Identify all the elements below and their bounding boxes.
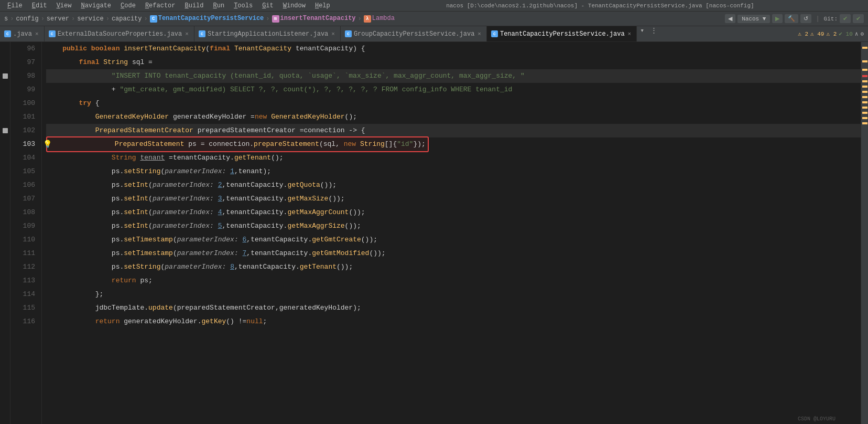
tab-close-tenant[interactable]: × — [627, 31, 633, 37]
menu-run[interactable]: Run — [209, 1, 229, 10]
line-num-112: 112 — [10, 260, 35, 274]
reload-button[interactable]: ↺ — [800, 14, 811, 23]
tab-starting[interactable]: C StartingApplicationListener.java × — [194, 26, 341, 41]
tab-close-group[interactable]: × — [476, 31, 482, 37]
breadcrumb-config[interactable]: config — [16, 15, 38, 23]
bookmark-icon-98 — [3, 73, 8, 79]
code-line-105: ps.setString( parameterIndex: 1, tenant)… — [46, 165, 861, 178]
code-line-112: ps.setString( parameterIndex: 8, tenantC… — [46, 260, 861, 274]
line-num-107: 107 — [10, 192, 35, 206]
settings-button[interactable]: ⚙ — [860, 30, 864, 37]
run-button[interactable]: ▶ — [772, 14, 783, 23]
line-num-111: 111 — [10, 247, 35, 260]
breadcrumb-method[interactable]: minsertTenantCapacity — [272, 15, 356, 23]
menu-code[interactable]: Code — [116, 1, 140, 10]
tab-tenant[interactable]: C TenantCapacityPersistService.java × — [487, 26, 637, 41]
gutter-mark-8 — [862, 101, 867, 103]
breadcrumb-class[interactable]: CTenantCapacityPersistService — [150, 15, 264, 23]
window-title: nacos [D:\code\nacos2.1.2github\nacos] -… — [335, 3, 865, 9]
line-num-106: 106 — [10, 178, 35, 192]
git-checkmark2[interactable]: ✔ — [853, 14, 864, 23]
warnings-inline: ⚠ 2 ⚠ 49 ⚠ 2 ✔ 10 ∧ ⚙ — [794, 26, 868, 41]
tab-overflow[interactable]: ▾ — [637, 26, 647, 41]
menu-bar: File Edit View Navigate Code Refactor Bu… — [0, 0, 868, 12]
bookmark-102 — [0, 124, 10, 137]
tab-label-tenant: TenantCapacityPersistService.java — [500, 30, 625, 38]
tab-close-external[interactable]: × — [184, 31, 190, 37]
gutter-mark-6 — [862, 91, 867, 93]
breadcrumb-right: ◀ Nacos ▼ ▶ 🔨 ↺ | Git: ✔ ✔ — [725, 14, 864, 23]
bookmark-gutter — [0, 42, 10, 424]
build-button[interactable]: 🔨 — [785, 14, 798, 23]
code-line-111: ps.setTimestamp( parameterIndex: 7, tena… — [46, 247, 861, 260]
bookmark-113 — [0, 274, 10, 288]
bookmark-106 — [0, 178, 10, 192]
tab-label-external: ExternalDataSourceProperties.java — [58, 30, 182, 38]
bookmark-97 — [0, 56, 10, 69]
gutter-mark-error — [862, 75, 867, 77]
code-line-96: public boolean insertTenantCapacity(fina… — [46, 42, 861, 56]
code-line-106: ps.setInt( parameterIndex: 2, tenantCapa… — [46, 178, 861, 192]
code-line-104: String tenant = tenantCapacity.getTenant… — [46, 151, 861, 165]
warn-badge-3: ⚠ 2 — [826, 30, 837, 37]
gutter-mark-3 — [862, 69, 867, 71]
code-line-115: jdbcTemplate.update(preparedStatementCre… — [46, 301, 861, 315]
menu-window[interactable]: Window — [279, 1, 310, 10]
bookmark-112 — [0, 260, 10, 274]
menu-file[interactable]: File — [3, 1, 27, 10]
line-num-96: 96 — [10, 42, 35, 56]
tab-group[interactable]: C GroupCapacityPersistService.java × — [341, 26, 487, 41]
code-area[interactable]: public boolean insertTenantCapacity(fina… — [42, 42, 861, 424]
breadcrumb-s[interactable]: s — [4, 15, 8, 23]
breadcrumb-service[interactable]: service — [77, 15, 103, 23]
bookmark-108 — [0, 206, 10, 219]
code-line-100: try { — [46, 97, 861, 110]
tab-label-starting: StartingApplicationListener.java — [208, 30, 328, 38]
menu-help[interactable]: Help — [311, 1, 334, 10]
bookmark-114 — [0, 288, 10, 301]
tab-close-java[interactable]: × — [34, 31, 40, 37]
menu-refactor[interactable]: Refactor — [141, 1, 180, 10]
bookmark-98 — [0, 69, 10, 83]
lightbulb-hint[interactable]: 💡 — [43, 137, 52, 151]
menu-git[interactable]: Git — [258, 1, 278, 10]
expand-button[interactable]: ∧ — [855, 30, 859, 37]
menu-navigate[interactable]: Navigate — [77, 1, 115, 10]
line-num-114: 114 — [10, 288, 35, 301]
code-line-113: return ps; — [46, 274, 861, 288]
bookmark-109 — [0, 219, 10, 233]
line-num-108: 108 — [10, 206, 35, 219]
menu-build[interactable]: Build — [181, 1, 208, 10]
bookmark-105 — [0, 165, 10, 178]
tab-icon-java: C — [4, 30, 11, 37]
code-line-99: + "gmt_create, gmt_modified) SELECT ?, ?… — [46, 83, 861, 97]
gutter-mark-1 — [862, 47, 867, 49]
code-line-98: "INSERT INTO tenant_capacity (tenant_id,… — [46, 69, 861, 83]
tab-external[interactable]: C ExternalDataSourceProperties.java × — [45, 26, 194, 41]
bookmark-110 — [0, 233, 10, 247]
menu-view[interactable]: View — [52, 1, 76, 10]
editor-container: 96 97 98 99 100 101 102 103 104 105 106 … — [0, 42, 868, 424]
breadcrumb-bar: s › config › server › service › capacity… — [0, 12, 868, 26]
code-line-97: final String sql = — [46, 56, 861, 69]
menu-tools[interactable]: Tools — [230, 1, 257, 10]
breadcrumb-capacity[interactable]: capacity — [112, 15, 142, 23]
tab-close-starting[interactable]: × — [330, 31, 336, 37]
breadcrumb-lambda[interactable]: λLambda — [364, 15, 395, 23]
nav-back-button[interactable]: ◀ — [725, 14, 735, 23]
tab-more-options[interactable]: ⋮ — [647, 26, 660, 41]
gutter-mark-12 — [862, 122, 867, 124]
breadcrumb-server[interactable]: server — [47, 15, 69, 23]
menu-edit[interactable]: Edit — [28, 1, 51, 10]
line-num-103: 103 — [10, 137, 35, 151]
nacos-selector[interactable]: Nacos ▼ — [737, 15, 770, 23]
tab-bar: C .java × C ExternalDataSourceProperties… — [0, 26, 868, 42]
line-num-110: 110 — [10, 233, 35, 247]
bookmark-111 — [0, 247, 10, 260]
line-num-105: 105 — [10, 165, 35, 178]
gutter-mark-7 — [862, 96, 867, 98]
class-icon: C — [150, 15, 157, 23]
tab-java[interactable]: C .java × — [0, 26, 45, 41]
git-checkmark1[interactable]: ✔ — [840, 14, 851, 23]
bookmark-99 — [0, 83, 10, 97]
